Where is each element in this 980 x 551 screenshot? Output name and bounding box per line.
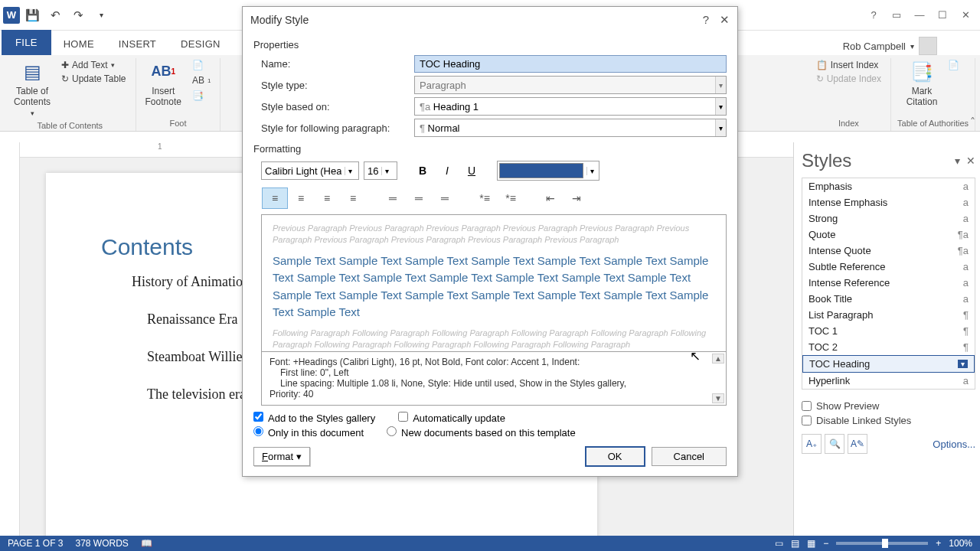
update-table-button[interactable]: ↻Update Table (58, 72, 129, 86)
page-indicator[interactable]: PAGE 1 OF 3 (8, 538, 63, 549)
close-icon[interactable]: ✕ (954, 5, 977, 26)
dialog-close-icon[interactable]: ✕ (720, 13, 730, 27)
minimize-icon[interactable]: — (908, 5, 931, 26)
style-item[interactable]: Quote¶a (802, 227, 975, 243)
cit-sm1[interactable]: 📄 (945, 58, 962, 72)
user-menu-chevron-icon[interactable]: ▾ (910, 42, 914, 51)
ok-button[interactable]: OK (585, 446, 645, 467)
user-area[interactable]: Rob Campbell ▾ (843, 37, 937, 55)
dialog-titlebar[interactable]: Modify Style ? ✕ (243, 7, 737, 33)
style-item[interactable]: Subtle Referencea (802, 259, 975, 275)
bold-button[interactable]: B (413, 161, 433, 181)
insert-footnote-button[interactable]: AB1 Insert Footnote (142, 58, 185, 109)
tab-file[interactable]: FILE (2, 30, 51, 55)
space-before-inc-button[interactable]: *≡ (472, 187, 498, 209)
manage-styles-icon[interactable]: A✎ (848, 434, 867, 454)
add-to-gallery-checkbox[interactable]: Add to the Styles gallery (253, 412, 375, 424)
style-item[interactable]: Book Titlea (802, 291, 975, 307)
style-item[interactable]: TOC 1¶ (802, 323, 975, 339)
qat-customize-icon[interactable]: ▾ (90, 5, 112, 26)
style-item[interactable]: Stronga (802, 210, 975, 227)
underline-button[interactable]: U (462, 161, 482, 181)
scroll-up-icon[interactable]: ▲ (712, 354, 724, 364)
indent-inc-button[interactable]: ⇥ (564, 187, 590, 209)
ruler-vertical[interactable] (0, 142, 20, 536)
style-item[interactable]: Hyperlinka (802, 373, 975, 389)
zoom-in-icon[interactable]: + (936, 538, 941, 549)
zoom-slider[interactable] (836, 542, 928, 545)
spacing-2-button[interactable]: ═ (432, 187, 458, 209)
save-icon[interactable]: 💾 (21, 5, 43, 26)
update-index-icon: ↻ (816, 73, 824, 84)
avatar[interactable] (919, 37, 937, 55)
update-index-button[interactable]: ↻Update Index (813, 72, 884, 86)
disable-linked-checkbox[interactable]: Disable Linked Styles (802, 415, 975, 426)
style-item[interactable]: Intense Quote¶a (802, 243, 975, 259)
spacing-1-button[interactable]: ═ (380, 187, 406, 209)
zoom-out-icon[interactable]: − (823, 538, 828, 549)
help-icon[interactable]: ? (862, 5, 885, 26)
scroll-down-icon[interactable]: ▼ (712, 393, 724, 403)
align-left-button[interactable]: ≡ (262, 187, 288, 209)
redo-icon[interactable]: ↷ (67, 5, 89, 26)
only-this-doc-radio[interactable]: Only in this document (253, 426, 364, 439)
style-based-on-select[interactable]: ¶a Heading 1▾ (414, 97, 727, 116)
styles-options-link[interactable]: Options... (933, 439, 975, 450)
show-preview-checkbox[interactable]: Show Preview (802, 400, 975, 412)
zoom-level[interactable]: 100% (949, 538, 972, 549)
align-justify-button[interactable]: ≡ (340, 187, 366, 209)
view-web-icon[interactable]: ▦ (807, 538, 815, 549)
tab-home[interactable]: HOME (51, 33, 106, 55)
space-before-dec-button[interactable]: *≡ (498, 187, 524, 209)
style-item[interactable]: Intense Emphasisa (802, 194, 975, 210)
table-of-contents-button[interactable]: ▤ Table of Contents ▾ (11, 58, 54, 119)
ribbon-options-icon[interactable]: ▭ (885, 5, 908, 26)
footnote-sm1[interactable]: 📄 (189, 58, 214, 72)
name-input[interactable] (414, 55, 727, 73)
font-color-select[interactable]: ▾ (497, 161, 599, 181)
view-print-icon[interactable]: ▤ (791, 538, 799, 549)
style-item[interactable]: Intense Referencea (802, 275, 975, 291)
footnote-sm3[interactable]: 📑 (189, 89, 214, 103)
style-item[interactable]: TOC Heading▾ (802, 355, 975, 373)
dialog-help-icon[interactable]: ? (703, 13, 709, 27)
style-list[interactable]: EmphasisaIntense EmphasisaStrongaQuote¶a… (802, 178, 975, 390)
add-text-button[interactable]: ✚Add Text▾ (58, 58, 129, 72)
cancel-button[interactable]: Cancel (652, 447, 727, 466)
pane-menu-icon[interactable]: ▾ (955, 155, 960, 167)
format-button[interactable]: Format ▾ (253, 447, 310, 466)
style-item[interactable]: Emphasisa (802, 178, 975, 194)
pane-close-icon[interactable]: ✕ (966, 155, 975, 167)
color-swatch (499, 163, 583, 178)
new-docs-radio[interactable]: New documents based on this template (387, 426, 576, 439)
undo-icon[interactable]: ↶ (44, 5, 66, 26)
align-right-button[interactable]: ≡ (314, 187, 340, 209)
font-size-select[interactable]: 16▾ (364, 161, 397, 180)
spacing-15-button[interactable]: ═ (406, 187, 432, 209)
following-para-label: Style for following paragraph: (261, 122, 414, 134)
tab-design[interactable]: DESIGN (168, 33, 233, 55)
style-type-select[interactable]: Paragraph▾ (414, 76, 727, 94)
style-dropdown-icon[interactable]: ▾ (958, 360, 968, 368)
new-style-icon[interactable]: A₊ (802, 434, 822, 454)
following-para-select[interactable]: ¶ Normal▾ (414, 119, 727, 137)
update-icon: ↻ (61, 73, 69, 84)
style-item[interactable]: List Paragraph¶ (802, 307, 975, 323)
mark-citation-button[interactable]: 📑 Mark Citation (903, 58, 941, 109)
align-center-button[interactable]: ≡ (288, 187, 314, 209)
style-item[interactable]: TOC 2¶ (802, 339, 975, 355)
quick-access-toolbar: W 💾 ↶ ↷ ▾ (3, 5, 112, 26)
style-inspector-icon[interactable]: 🔍 (825, 434, 844, 454)
view-read-icon[interactable]: ▭ (775, 538, 783, 549)
auto-update-checkbox[interactable]: Automatically update (398, 412, 505, 424)
footnote-sm2[interactable]: AB1 (189, 73, 214, 87)
tab-insert[interactable]: INSERT (106, 33, 168, 55)
font-family-select[interactable]: Calibri Light (Head▾ (261, 161, 359, 180)
word-count[interactable]: 378 WORDS (75, 538, 128, 549)
italic-button[interactable]: I (437, 161, 457, 181)
maximize-icon[interactable]: ☐ (931, 5, 954, 26)
ribbon-collapse-icon[interactable]: ˄ (970, 116, 975, 128)
insert-index-button[interactable]: 📋Insert Index (813, 58, 884, 72)
proofing-icon[interactable]: 📖 (141, 538, 152, 549)
indent-dec-button[interactable]: ⇤ (537, 187, 564, 209)
